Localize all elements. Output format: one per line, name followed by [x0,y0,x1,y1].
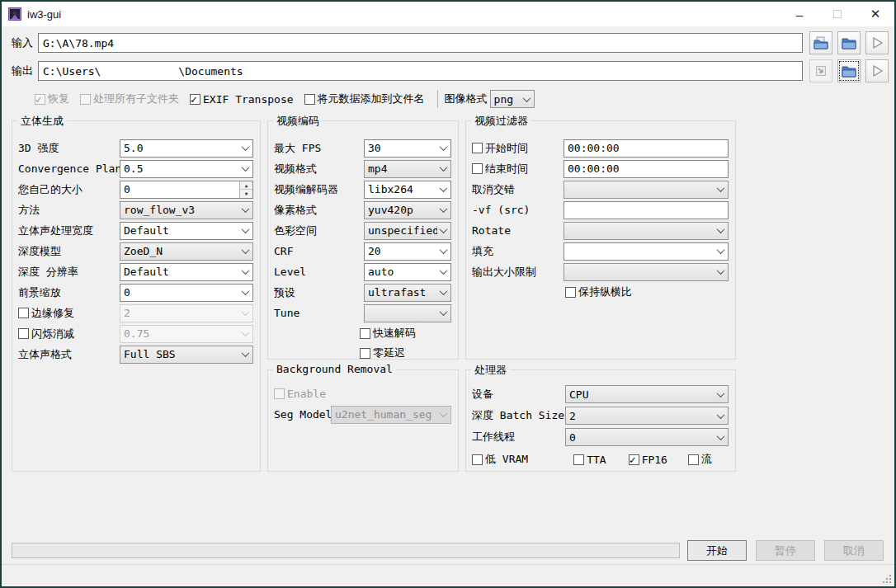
depth-batch-size-select[interactable]: 2 [565,407,729,425]
main-content: 输入 G:\A\78.mp4 [2,26,894,586]
pixel-format-select[interactable]: yuv420p [364,201,451,219]
checkbox-icon [80,94,91,105]
output-folder-button[interactable] [837,59,861,82]
field-row: CRF 20 [274,241,451,261]
field-row: -vf (src) [472,200,729,220]
divergence-select[interactable]: 5.0 [120,139,253,158]
field-row: 3D 强度 5.0 [18,138,253,158]
output-path-field[interactable]: C:\Users\ \Documents [38,61,803,81]
resize-grip-icon[interactable] [883,575,891,583]
input-file-button[interactable] [809,31,832,54]
close-button[interactable]: ✕ [856,2,894,26]
resume-checkbox[interactable]: 恢复 [35,92,69,106]
field-row: 深度模型 ZoeD_N [18,241,253,261]
start-time-checkbox[interactable] [472,143,483,153]
colorspace-select[interactable]: unspecified [364,222,451,240]
vf-field[interactable] [564,201,729,219]
spin-up-icon[interactable]: ▲ [240,181,252,191]
field-row: 设备 CPU [472,383,729,405]
chevron-down-icon [239,207,252,213]
end-time-checkbox[interactable] [472,163,483,174]
spin-down-icon[interactable]: ▼ [240,190,252,198]
tune-select[interactable] [364,304,451,322]
preset-select[interactable]: ultrafast [364,284,451,302]
chevron-down-icon [239,166,252,172]
checkbox-icon [629,454,639,465]
cancel-button[interactable]: 取消 [824,540,884,561]
end-time-field[interactable]: 00:00:00 [564,160,729,178]
field-row: 边缘修复 2 [18,303,253,323]
video-format-select[interactable]: mp4 [364,160,451,178]
chevron-down-icon [239,228,252,233]
subfolders-checkbox[interactable]: 处理所有子文件夹 [80,92,179,106]
edge-fix-checkbox[interactable] [18,308,29,318]
chevron-down-icon [239,145,252,151]
convergence-select[interactable]: 0.5 [120,160,253,178]
stream-checkbox[interactable]: 流 [688,452,712,467]
chevron-down-icon [437,248,450,254]
tta-checkbox[interactable]: TTA [573,454,606,466]
device-select[interactable]: CPU [565,385,729,403]
own-size-spinner[interactable]: 0 ▲ ▼ [120,181,253,199]
bgr-enable-checkbox[interactable]: Enable [274,388,326,400]
start-time-field[interactable]: 00:00:00 [564,139,729,158]
field-row: 快速解码 [274,323,451,343]
status-bar [2,564,894,586]
chevron-down-icon [714,413,727,419]
worker-threads-select[interactable]: 0 [565,428,729,446]
stereo-format-select[interactable]: Full SBS [120,346,253,364]
output-play-button[interactable] [865,59,889,82]
field-row: Tune [274,303,451,323]
keep-aspect-checkbox[interactable]: 保持纵横比 [565,285,632,299]
deinterlace-select[interactable] [564,181,729,199]
field-row: Seg Model u2net_human_seg [274,404,451,425]
input-play-button[interactable] [865,31,889,54]
flicker-reduction-select[interactable]: 0.75 [120,325,253,343]
metadata-filename-checkbox[interactable]: 将元数据添加到文件名 [304,92,425,106]
max-output-size-select[interactable] [564,263,729,281]
checkbox-icon [472,454,483,465]
low-vram-checkbox[interactable]: 低 VRAM [472,452,528,467]
video-codec-select[interactable]: libx264 [364,181,451,199]
checkbox-icon [565,287,576,298]
crf-select[interactable]: 20 [364,242,451,261]
folder-icon [841,63,857,79]
max-fps-select[interactable]: 30 [364,139,451,158]
method-select[interactable]: row_flow_v3 [120,201,253,219]
padding-select[interactable] [564,242,729,261]
depth-model-select[interactable]: ZoeD_N [120,242,253,261]
field-row: Rotate [472,220,729,241]
foreground-scale-select[interactable]: 0 [120,284,253,302]
field-row: Enable [274,383,451,404]
fast-decode-checkbox[interactable]: 快速解码 [360,326,416,341]
input-folder-button[interactable] [837,31,861,54]
chevron-down-icon [714,248,727,254]
chevron-down-icon [239,248,252,254]
field-row: 零延迟 [274,343,451,363]
fp16-checkbox[interactable]: FP16 [629,454,667,466]
folder-icon [841,35,857,51]
input-path-field[interactable]: G:\A\78.mp4 [38,33,803,53]
level-select[interactable]: auto [364,263,451,281]
edge-fix-select[interactable]: 2 [120,304,253,322]
chevron-down-icon [714,435,727,440]
background-removal-panel: Background Removal Enable Seg Model u2ne… [267,369,459,472]
flicker-reduction-checkbox[interactable] [18,328,29,339]
app-window: iw3-gui – ✕ 输入 G:\A\78.mp4 [0,0,896,588]
image-format-label: 图像格式 [445,92,488,106]
rotate-select[interactable] [564,222,729,240]
image-format-select[interactable]: png [490,90,535,108]
output-auto-button[interactable] [809,59,832,82]
checkbox-icon [35,94,45,105]
stereo-width-select[interactable]: Default [120,222,253,240]
start-button[interactable]: 开始 [687,540,747,561]
depth-resolution-select[interactable]: Default [120,263,253,281]
exif-transpose-checkbox[interactable]: EXIF Transpose [190,93,294,106]
pause-button[interactable]: 暂停 [756,540,815,561]
minimize-button[interactable]: – [780,2,818,26]
zero-latency-checkbox[interactable]: 零延迟 [360,346,405,360]
seg-model-select[interactable]: u2net_human_seg [331,406,451,424]
chevron-down-icon [437,166,450,172]
maximize-button[interactable] [818,2,856,26]
field-row: 输出大小限制 [472,261,729,282]
